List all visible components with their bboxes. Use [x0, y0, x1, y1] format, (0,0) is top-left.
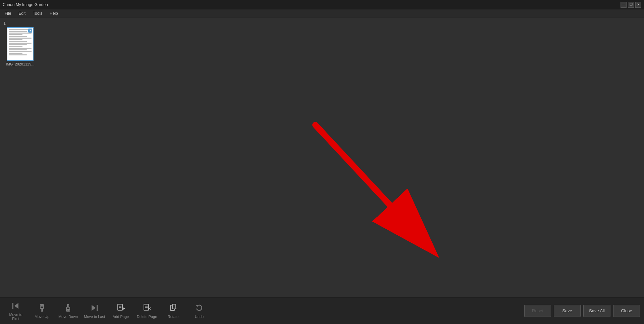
move-up-label: Move Up — [35, 315, 49, 319]
save-all-button[interactable]: Save All — [583, 305, 610, 317]
move-to-last-label: Move to Last — [84, 315, 105, 319]
move-up-button[interactable]: Move Up — [30, 299, 54, 322]
menu-bar: File Edit Tools Help — [0, 9, 644, 17]
svg-marker-25 — [196, 305, 198, 307]
close-button[interactable]: Close — [613, 305, 640, 317]
move-down-icon — [63, 303, 73, 314]
svg-rect-17 — [144, 304, 149, 310]
svg-rect-2 — [12, 303, 13, 309]
doc-line — [9, 39, 22, 40]
svg-rect-5 — [41, 309, 43, 311]
menu-file[interactable]: File — [1, 10, 14, 16]
bottom-toolbar: Move toFirst Move Up Move Down — [0, 297, 644, 324]
svg-marker-3 — [14, 303, 18, 309]
rotate-button[interactable]: Rotate — [161, 299, 185, 322]
doc-line — [9, 48, 32, 49]
add-page-icon — [116, 303, 125, 314]
page-thumbnail[interactable]: ✦ — [7, 27, 34, 61]
add-page-label: Add Page — [113, 315, 129, 319]
doc-line — [9, 38, 32, 39]
svg-rect-10 — [97, 305, 98, 311]
doc-line — [9, 31, 27, 32]
move-to-first-label: Move toFirst — [9, 313, 22, 321]
close-window-button[interactable]: ✕ — [635, 2, 641, 8]
undo-button[interactable]: Undo — [187, 299, 211, 322]
undo-label: Undo — [195, 315, 204, 319]
doc-line — [9, 36, 27, 37]
doc-line — [9, 34, 22, 35]
delete-page-icon — [142, 303, 152, 314]
thumbnail-badge-icon: ✦ — [28, 29, 32, 33]
svg-rect-8 — [67, 305, 69, 307]
doc-line — [9, 54, 27, 55]
rotate-icon — [168, 303, 178, 314]
move-to-last-icon — [90, 303, 99, 314]
move-up-icon — [37, 303, 47, 314]
title-bar: Canon My Image Garden — ❐ ✕ — [0, 0, 644, 9]
svg-line-1 — [315, 125, 431, 249]
svg-rect-12 — [118, 304, 122, 310]
thumbnail-content — [7, 28, 33, 60]
doc-line — [9, 41, 27, 42]
save-button[interactable]: Save — [554, 305, 581, 317]
menu-help[interactable]: Help — [46, 10, 61, 16]
app-title: Canon My Image Garden — [3, 2, 48, 7]
doc-line — [9, 46, 22, 47]
reset-button[interactable]: Reset — [524, 305, 551, 317]
move-to-last-button[interactable]: Move to Last — [83, 299, 106, 322]
page-thumbnail-wrapper[interactable]: ✦ IMG_20201129... — [3, 27, 37, 66]
svg-rect-23 — [172, 304, 176, 309]
add-page-button[interactable]: Add Page — [109, 299, 132, 322]
thumbnail-filename: IMG_20201129... — [6, 62, 34, 66]
delete-page-button[interactable]: Delete Page — [135, 299, 159, 322]
undo-icon — [195, 303, 204, 314]
doc-line — [9, 49, 27, 50]
main-content-area: 1 ✦ IMG_20201129... — [0, 17, 644, 297]
doc-line — [9, 44, 27, 45]
svg-marker-11 — [92, 305, 96, 311]
minimize-button[interactable]: — — [621, 2, 627, 8]
delete-page-label: Delete Page — [137, 315, 157, 319]
page-number-label: 1 — [3, 21, 641, 26]
move-to-first-icon — [11, 301, 20, 312]
restore-button[interactable]: ❐ — [628, 2, 634, 8]
menu-tools[interactable]: Tools — [30, 10, 46, 16]
move-down-button[interactable]: Move Down — [56, 299, 80, 322]
move-to-first-button[interactable]: Move toFirst — [4, 299, 28, 322]
menu-edit[interactable]: Edit — [15, 10, 29, 16]
rotate-label: Rotate — [168, 315, 178, 319]
red-arrow-annotation — [0, 17, 644, 297]
doc-line — [9, 43, 32, 44]
doc-line — [9, 53, 22, 54]
doc-line — [9, 33, 32, 34]
window-controls: — ❐ ✕ — [621, 2, 641, 8]
doc-line — [9, 51, 32, 52]
move-down-label: Move Down — [58, 315, 78, 319]
